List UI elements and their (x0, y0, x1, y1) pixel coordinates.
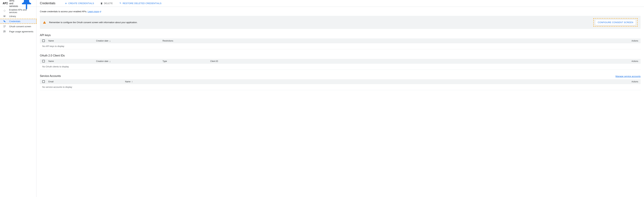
arrow-down-icon: ↓ (110, 60, 111, 63)
section-title: Service Accounts (40, 74, 61, 78)
service-accounts-section: Service Accounts Manage service accounts… (40, 74, 640, 90)
delete-button[interactable]: DELETE (99, 1, 114, 5)
sidebar-item-oauth-consent[interactable]: OAuth consent screen (0, 24, 36, 29)
sidebar-item-label: Enabled APIs and services (9, 8, 34, 14)
api-keys-section: API keys Name Creation date↓ Restriction… (40, 34, 640, 49)
col-name[interactable]: Name (48, 40, 96, 42)
diamond-icon (3, 9, 6, 12)
consent-banner: Remember to configure the OAuth consent … (40, 16, 640, 29)
configure-consent-button[interactable]: CONFIGURE CONSENT SCREEN (595, 19, 636, 25)
api-keys-empty: No API keys to display (40, 43, 640, 49)
button-label: CREATE CREDENTIALS (68, 2, 94, 4)
col-restrictions[interactable]: Restrictions (162, 40, 210, 42)
col-type[interactable]: Type (162, 60, 210, 62)
sidebar-item-label: Page usage agreements (9, 30, 34, 33)
section-title: OAuth 2.0 Client IDs (40, 54, 640, 57)
col-client-id[interactable]: Client ID (210, 60, 632, 62)
sidebar-title: APIs and services (9, 0, 18, 7)
sidebar-item-credentials[interactable]: Credentials (0, 19, 37, 24)
col-actions: Actions (632, 80, 638, 83)
oauth-section: OAuth 2.0 Client IDs Name Creation date↓… (40, 54, 640, 70)
select-all-checkbox[interactable] (42, 60, 45, 62)
sidebar-item-library[interactable]: Library (0, 14, 36, 19)
oauth-table-header: Name Creation date↓ Type Client ID Actio… (40, 59, 640, 64)
learn-more-link[interactable]: Learn more (88, 10, 101, 13)
main-content: Credentials CREATE CREDENTIALS DELETE RE… (36, 0, 644, 197)
warning-icon (43, 21, 46, 24)
col-name[interactable]: Name↑ (125, 80, 254, 83)
content-area: Create credentials to access your enable… (36, 7, 644, 98)
trash-icon (100, 2, 103, 5)
section-title: API keys (40, 34, 640, 37)
select-all-checkbox[interactable] (42, 80, 45, 83)
intro-prefix: Create credentials to access your enable… (40, 10, 88, 13)
sidebar-item-label: Library (9, 15, 16, 17)
intro-text: Create credentials to access your enable… (40, 10, 640, 13)
sidebar-nav: Enabled APIs and services Library Creden… (0, 7, 36, 34)
manage-service-accounts-link[interactable]: Manage service accounts (616, 75, 640, 78)
key-icon (3, 20, 6, 23)
sidebar-item-enabled-apis[interactable]: Enabled APIs and services (0, 8, 36, 14)
col-creation-date[interactable]: Creation date↓ (96, 60, 162, 63)
highlight-frame: CONFIGURE CONSENT SCREEN (594, 18, 638, 26)
arrow-down-icon: ↓ (110, 39, 111, 42)
external-link-icon (99, 11, 101, 13)
library-icon (3, 15, 6, 18)
consent-icon (3, 25, 6, 28)
sidebar-item-label: OAuth consent screen (9, 25, 31, 28)
col-actions: Actions (632, 40, 638, 42)
page-title: Credentials (40, 1, 55, 5)
agreement-icon (3, 30, 6, 33)
create-credentials-button[interactable]: CREATE CREDENTIALS (64, 1, 95, 5)
topbar: Credentials CREATE CREDENTIALS DELETE RE… (36, 0, 644, 7)
button-label: DELETE (104, 2, 113, 4)
api-keys-table-header: Name Creation date↓ Restrictions Actions (40, 38, 640, 43)
api-logo: API (3, 2, 8, 5)
sidebar-header: API APIs and services (0, 0, 36, 7)
sidebar-item-page-usage[interactable]: Page usage agreements (0, 29, 36, 34)
restore-deleted-button[interactable]: RESTORE DELETED CREDENTIALS (118, 1, 162, 5)
sidebar: API APIs and services Enabled APIs and s… (0, 0, 36, 197)
col-email[interactable]: Email (48, 80, 125, 83)
restore-icon (119, 2, 122, 5)
oauth-empty: No OAuth clients to display (40, 64, 640, 70)
button-label: RESTORE DELETED CREDENTIALS (123, 2, 162, 4)
sidebar-item-label: Credentials (9, 20, 20, 23)
banner-text: Remember to configure the OAuth consent … (49, 21, 590, 24)
col-creation-date[interactable]: Creation date↓ (96, 39, 162, 42)
plus-icon (64, 2, 67, 5)
arrow-up-icon: ↑ (132, 80, 133, 83)
col-name[interactable]: Name (48, 60, 96, 62)
col-actions: Actions (632, 60, 638, 62)
select-all-checkbox[interactable] (42, 39, 45, 42)
service-table-header: Email Name↑ Actions (40, 79, 640, 84)
service-empty: No service accounts to display (40, 84, 640, 90)
